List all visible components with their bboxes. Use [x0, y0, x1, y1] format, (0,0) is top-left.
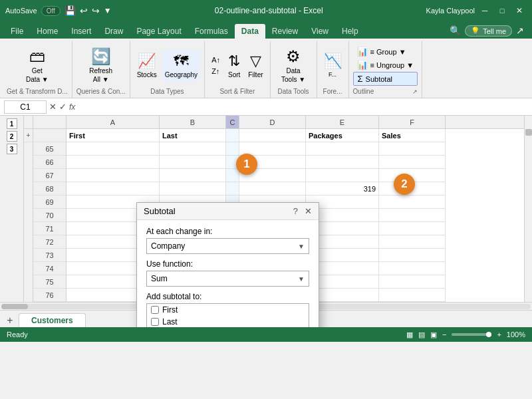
- checkbox-item-first[interactable]: First: [147, 304, 309, 316]
- checkbox-last[interactable]: [151, 318, 159, 326]
- modal-close-icon[interactable]: ✕: [305, 206, 312, 216]
- data-tools-icon: ⚙: [286, 47, 301, 66]
- checkbox-list: First Last Company City: [146, 303, 309, 327]
- window-title: 02-outline-and-subtotal - Excel: [215, 6, 323, 15]
- autosave-label: AutoSave: [5, 7, 37, 15]
- at-each-change-select[interactable]: Company ▼: [146, 238, 309, 254]
- view-normal-icon[interactable]: ▦: [406, 331, 413, 339]
- status-text: Ready: [7, 331, 28, 338]
- ungroup-button[interactable]: 📊 ≡ Ungroup ▼: [353, 59, 418, 71]
- formula-bar: ✕ ✓ fx: [0, 98, 532, 116]
- data-tools-button[interactable]: ⚙ Data Tools ▼: [277, 45, 309, 86]
- ribbon-group-outline: 📊 ≡ Group ▼ 📊 ≡ Ungroup ▼ Σ Subtotal Out…: [349, 41, 423, 98]
- use-function-label: Use function:: [146, 259, 309, 269]
- geography-icon: 🗺: [174, 53, 188, 70]
- tab-help[interactable]: Help: [335, 24, 365, 39]
- close-button[interactable]: ✕: [512, 3, 527, 18]
- tab-page-layout[interactable]: Page Layout: [130, 24, 188, 39]
- formula-cancel-icon[interactable]: ✕: [49, 102, 57, 112]
- get-data-label: Get: [32, 67, 43, 74]
- data-tools-label: Data Tools: [278, 88, 309, 96]
- zoom-plus-icon[interactable]: +: [497, 331, 501, 338]
- group-button[interactable]: 📊 ≡ Group ▼: [353, 45, 418, 58]
- user-name: Kayla Claypool: [426, 7, 475, 15]
- view-layout-icon[interactable]: ▤: [418, 331, 425, 339]
- redo-icon[interactable]: ↪: [92, 5, 100, 16]
- cell-reference[interactable]: [4, 100, 47, 114]
- sort-icon: ⇅: [228, 53, 240, 70]
- ribbon-group-forecast: 📉 F... Fore...: [317, 41, 349, 98]
- tell-me-icon: 💡: [471, 27, 480, 35]
- search-icon[interactable]: 🔍: [446, 25, 465, 36]
- forecast-button[interactable]: 📉 F...: [321, 50, 344, 80]
- ribbon-group-get-transform: 🗃 Get Data ▼ Get & Transform D...: [3, 41, 72, 98]
- save-icon[interactable]: 💾: [65, 5, 76, 16]
- forecast-label: Fore...: [323, 88, 342, 96]
- sort-za-button[interactable]: Z↑: [209, 66, 223, 76]
- restore-button[interactable]: □: [495, 3, 509, 18]
- sort-filter-label: Sort & Filter: [219, 88, 255, 96]
- share-icon[interactable]: ↗: [512, 25, 528, 36]
- subtotal-button[interactable]: Σ Subtotal: [353, 72, 418, 86]
- ribbon-group-data-tools: ⚙ Data Tools ▼ Data Tools: [271, 41, 317, 98]
- status-bar: Ready ▦ ▤ ▣ − + 100%: [0, 327, 532, 342]
- modal-titlebar: Subtotal ? ✕: [137, 203, 319, 220]
- checkbox-first[interactable]: [151, 306, 159, 314]
- undo-icon[interactable]: ↩: [80, 5, 88, 16]
- use-function-select[interactable]: Sum ▼: [146, 271, 309, 287]
- get-data-button[interactable]: 🗃 Get Data ▼: [22, 45, 53, 86]
- tab-review[interactable]: Review: [265, 24, 305, 39]
- title-bar: AutoSave Off 💾 ↩ ↪ ▼ 02-outline-and-subt…: [0, 0, 532, 21]
- stocks-button[interactable]: 📈 Stocks: [134, 50, 160, 81]
- formula-fx-icon[interactable]: fx: [69, 102, 75, 112]
- subtotal-dialog: Subtotal ? ✕ At each change in: Company …: [136, 202, 319, 327]
- formula-enter-icon[interactable]: ✓: [59, 102, 66, 112]
- zoom-minus-icon[interactable]: −: [442, 331, 446, 338]
- callout-1: 1: [236, 154, 257, 175]
- use-function-arrow: ▼: [298, 275, 305, 283]
- get-transform-label: Get & Transform D...: [7, 88, 68, 96]
- forecast-icon: 📉: [324, 53, 342, 70]
- tab-insert[interactable]: Insert: [65, 24, 98, 39]
- modal-body: At each change in: Company ▼ Use functio…: [137, 220, 319, 327]
- sort-za-icon: Z↑: [211, 67, 219, 75]
- tab-data[interactable]: Data: [235, 24, 265, 39]
- refresh-all-button[interactable]: 🔄 Refresh All ▼: [85, 45, 116, 86]
- group-icon: 📊: [357, 47, 368, 57]
- queries-label: Queries & Con...: [76, 88, 126, 96]
- tell-me-label: Tell me: [483, 27, 506, 35]
- modal-help-icon[interactable]: ?: [293, 206, 298, 216]
- ungroup-icon: 📊: [357, 60, 368, 70]
- tab-home[interactable]: Home: [30, 24, 65, 39]
- tab-file[interactable]: File: [4, 24, 30, 39]
- subtotal-icon: Σ: [358, 74, 363, 84]
- stocks-icon: 📈: [138, 53, 156, 70]
- view-page-icon[interactable]: ▣: [430, 331, 437, 339]
- at-each-change-label: At each change in:: [146, 227, 309, 236]
- sort-az-button[interactable]: A↑: [209, 55, 223, 65]
- zoom-slider[interactable]: [452, 333, 491, 336]
- tell-me-input[interactable]: 💡 Tell me: [465, 25, 512, 37]
- use-function-value: Sum: [151, 274, 168, 283]
- modal-title-text: Subtotal: [144, 206, 176, 216]
- tab-draw[interactable]: Draw: [98, 24, 130, 39]
- ribbon-group-sort-filter: A↑ Z↑ ⇅ Sort ▽ Filter Sort & Filter: [205, 41, 270, 98]
- filter-icon: ▽: [250, 53, 261, 70]
- minimize-button[interactable]: ─: [477, 3, 492, 18]
- checkbox-item-last[interactable]: Last: [147, 316, 309, 327]
- tab-formulas[interactable]: Formulas: [188, 24, 235, 39]
- filter-button[interactable]: ▽ Filter: [245, 50, 265, 81]
- formula-input[interactable]: [78, 102, 528, 112]
- zoom-level: 100%: [507, 331, 525, 338]
- ribbon-tabs: File Home Insert Draw Page Layout Formul…: [0, 21, 532, 39]
- modal-overlay: Subtotal ? ✕ At each change in: Company …: [0, 116, 532, 327]
- ribbon: 🗃 Get Data ▼ Get & Transform D... 🔄 Refr…: [0, 39, 532, 98]
- at-each-change-value: Company: [151, 241, 185, 251]
- at-each-change-arrow: ▼: [298, 243, 305, 250]
- sort-button[interactable]: ⇅ Sort: [225, 50, 243, 81]
- tab-view[interactable]: View: [305, 24, 335, 39]
- autosave-toggle[interactable]: Off: [41, 6, 61, 16]
- data-types-label: Data Types: [150, 88, 184, 96]
- customize-icon[interactable]: ▼: [104, 6, 112, 15]
- geography-button[interactable]: 🗺 Geography: [162, 50, 200, 81]
